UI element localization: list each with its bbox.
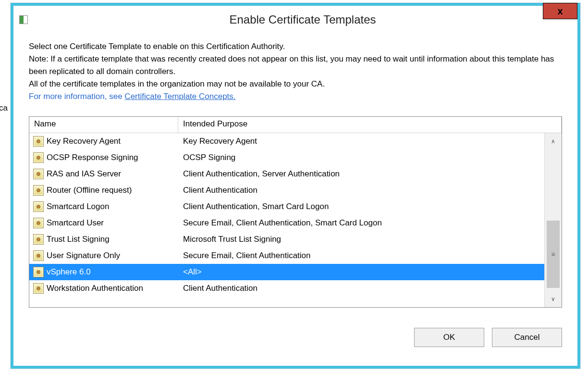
list-item-purpose: Client Authentication, Smart Card Logon	[183, 202, 329, 211]
list-item-purpose: Key Recovery Agent	[183, 137, 257, 146]
list-item-purpose: Client Authentication	[183, 284, 257, 293]
list-item-name: User Signature Only	[47, 251, 120, 261]
list-item-purpose: Client Authentication, Server Authentica…	[183, 169, 340, 179]
certificate-template-icon	[33, 283, 44, 294]
scroll-down-button[interactable]: ∨	[545, 291, 562, 307]
ok-button[interactable]: OK	[414, 328, 484, 347]
dialog-window: Enable Certificate Templates x Select on…	[11, 3, 580, 369]
instructions-line1: Select one Certificate Template to enabl…	[29, 42, 285, 51]
dialog-buttons: OK Cancel	[29, 328, 562, 347]
list-item[interactable]: User Signature OnlySecure Email, Client …	[29, 248, 544, 264]
list-item[interactable]: vSphere 6.0<All>	[29, 264, 544, 280]
scrollbar-track[interactable]: ≡	[545, 149, 562, 291]
certificate-template-icon	[33, 152, 44, 163]
list-item[interactable]: Smartcard UserSecure Email, Client Authe…	[29, 215, 544, 231]
list-item-name: vSphere 6.0	[47, 267, 91, 277]
list-item-name: RAS and IAS Server	[47, 169, 121, 179]
list-item-name: Key Recovery Agent	[47, 137, 121, 146]
scrollbar: ∧ ≡ ∨	[544, 133, 562, 307]
instructions-text: Select one Certificate Template to enabl…	[29, 40, 562, 103]
titlebar: Enable Certificate Templates x	[13, 6, 577, 34]
list-item-purpose: Secure Email, Client Authentication, Sma…	[183, 218, 382, 228]
column-header-purpose[interactable]: Intended Purpose	[178, 117, 562, 133]
cancel-button[interactable]: Cancel	[492, 328, 562, 347]
list-item[interactable]: Workstation AuthenticationClient Authent…	[29, 280, 544, 297]
certificate-template-icon	[33, 267, 44, 277]
list-item[interactable]: Trust List SigningMicrosoft Trust List S…	[29, 231, 544, 248]
list-item-purpose: <All>	[183, 267, 202, 277]
dialog-content: Select one Certificate Template to enabl…	[13, 34, 577, 357]
moreinfo-link[interactable]: Certificate Template Concepts.	[124, 92, 235, 101]
list-item-purpose: OCSP Signing	[183, 153, 235, 162]
instructions-line3: All of the certificate templates in the …	[29, 79, 325, 88]
column-header-name[interactable]: Name	[29, 117, 178, 133]
list-item[interactable]: OCSP Response SigningOCSP Signing	[29, 149, 544, 166]
list-item[interactable]: Smartcard LogonClient Authentication, Sm…	[29, 199, 544, 215]
list-item[interactable]: Router (Offline request)Client Authentic…	[29, 182, 544, 199]
certificate-template-icon	[33, 136, 44, 147]
close-icon: x	[557, 6, 563, 17]
certificate-template-icon	[33, 201, 44, 212]
list-item-purpose: Microsoft Trust List Signing	[183, 235, 281, 244]
list-item[interactable]: RAS and IAS ServerClient Authentication,…	[29, 166, 544, 182]
stray-text: ca	[0, 103, 8, 113]
certificate-template-icon	[33, 218, 44, 228]
list-item-purpose: Client Authentication	[183, 186, 257, 195]
moreinfo-prefix: For more information, see	[29, 92, 124, 101]
list-item-name: OCSP Response Signing	[47, 153, 138, 162]
window-title: Enable Certificate Templates	[28, 13, 577, 26]
close-button[interactable]: x	[543, 3, 577, 19]
listview-rows: Key Recovery AgentKey Recovery AgentOCSP…	[29, 133, 544, 307]
certificate-template-icon	[33, 234, 44, 245]
certificate-template-icon	[33, 250, 44, 261]
list-item-name: Trust List Signing	[47, 235, 110, 244]
listview-header: Name Intended Purpose	[29, 117, 562, 133]
list-item-purpose: Secure Email, Client Authentication	[183, 251, 311, 261]
list-item-name: Smartcard Logon	[47, 202, 109, 211]
list-item[interactable]: Key Recovery AgentKey Recovery Agent	[29, 133, 544, 149]
instructions-line2: Note: If a certificate template that was…	[29, 54, 554, 76]
certificate-template-icon	[33, 185, 44, 196]
list-item-name: Workstation Authentication	[47, 284, 143, 293]
listview-body: Key Recovery AgentKey Recovery AgentOCSP…	[29, 133, 562, 307]
list-item-name: Smartcard User	[47, 218, 104, 228]
template-listview: Name Intended Purpose Key Recovery Agent…	[29, 116, 562, 308]
scrollbar-thumb[interactable]: ≡	[547, 221, 560, 288]
system-menu-icon[interactable]	[19, 15, 28, 24]
list-item-name: Router (Offline request)	[47, 186, 132, 195]
scroll-up-button[interactable]: ∧	[545, 133, 562, 149]
certificate-template-icon	[33, 169, 44, 179]
